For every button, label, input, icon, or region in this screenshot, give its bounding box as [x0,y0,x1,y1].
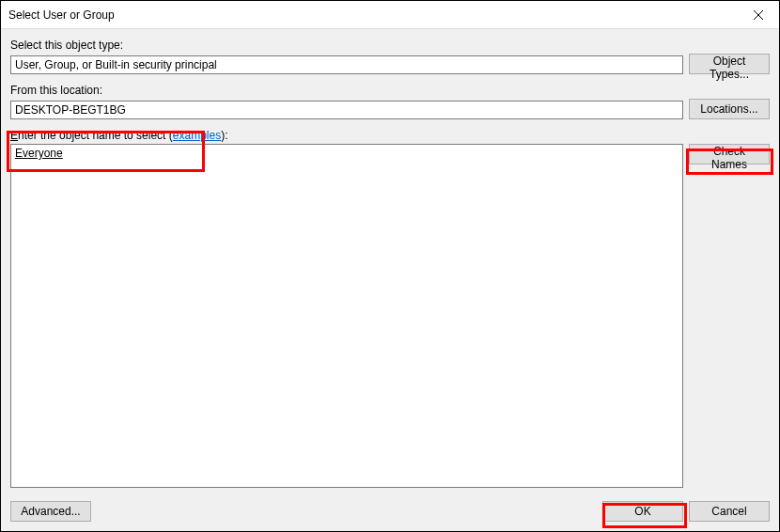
resolved-name: Everyone [15,147,63,160]
location-field[interactable] [10,101,683,119]
close-button[interactable] [737,1,779,29]
location-label: From this location: [10,84,683,97]
object-types-button[interactable]: Object Types... [689,54,770,74]
cancel-button[interactable]: Cancel [689,501,770,522]
ok-button[interactable]: OK [602,501,683,522]
close-icon [754,10,763,20]
advanced-button[interactable]: Advanced... [10,501,91,522]
check-names-button[interactable]: Check Names [689,144,770,164]
object-type-field[interactable] [10,55,683,74]
window-title: Select User or Group [8,8,115,22]
examples-link[interactable]: examples [173,129,221,142]
titlebar: Select User or Group [1,1,779,29]
locations-button[interactable]: Locations... [689,99,770,119]
dialog-content: Select this object type: Object Types...… [1,29,779,531]
object-name-input[interactable]: Everyone [10,144,683,488]
dialog-footer: Advanced... OK Cancel [10,501,770,522]
object-name-label: Enter the object name to select (example… [10,129,770,142]
object-type-label: Select this object type: [10,39,683,52]
